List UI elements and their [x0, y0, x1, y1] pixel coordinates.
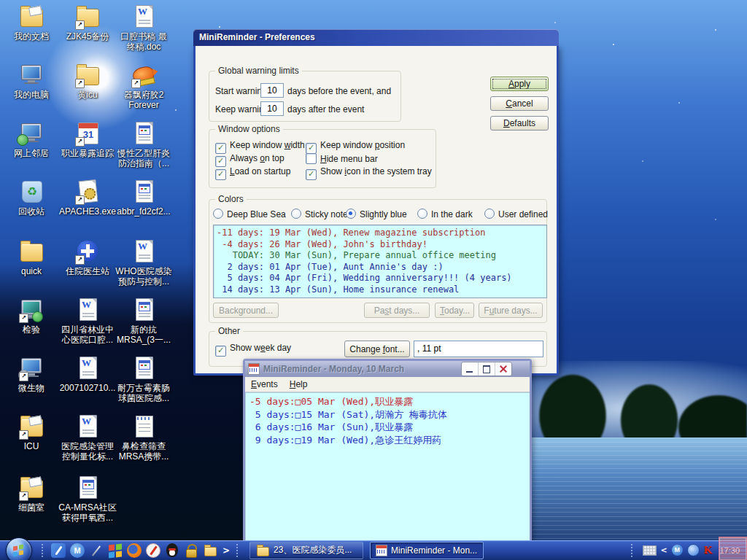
desktop-icon[interactable]: 我的电脑 — [0, 63, 63, 100]
toolbar-grip[interactable] — [236, 544, 240, 557]
quick-launch-pen-icon[interactable] — [89, 543, 104, 558]
desktop-icon[interactable]: 31↗职业暴露追踪 — [56, 121, 119, 158]
desktop-icon[interactable]: W2007102710... — [56, 356, 119, 393]
desktop-icon-label: WHO医院感染 预防与控制... — [115, 266, 171, 287]
checkbox[interactable]: ✓ — [306, 143, 317, 154]
preferences-titlebar[interactable]: MiniReminder - Preferences — [193, 29, 559, 46]
tray-collapse-chevron[interactable]: < — [661, 545, 667, 555]
checkbox[interactable]: ✓ — [215, 156, 226, 167]
show-week-day-row[interactable]: ✓Show week day — [215, 343, 291, 357]
desktop-icon[interactable]: 网上邻居 — [0, 121, 63, 158]
minimize-button[interactable] — [462, 362, 479, 376]
desktop-icon-label: 器飘府胶2 Forever — [124, 90, 164, 110]
radio-button[interactable] — [346, 209, 356, 219]
window-option-row[interactable]: Hide menu bar — [306, 153, 378, 164]
start-warning-input[interactable] — [260, 83, 284, 98]
desktop-icon[interactable]: ↗ZJK45备份 — [56, 4, 119, 42]
desktop-icon[interactable]: ↗微生物 — [0, 356, 63, 393]
window-option-row[interactable]: ✓Show icon in the system tray — [306, 166, 432, 180]
quick-launch-overflow-chevron[interactable]: > — [222, 545, 230, 556]
desktop-icon[interactable]: ↗器飘府胶2 Forever — [112, 63, 175, 110]
toolbar-grip[interactable] — [631, 544, 635, 557]
color-scheme-radio-row[interactable]: In the dark — [417, 209, 473, 219]
cancel-button[interactable]: Cancel — [490, 96, 549, 111]
maximize-button[interactable] — [479, 362, 495, 376]
toolbar-grip[interactable] — [42, 544, 45, 557]
desktop-icon[interactable]: ♻回收站 — [0, 179, 63, 217]
desktop-icon-label: 细菌室 — [18, 502, 44, 513]
keep-warning-input[interactable] — [260, 101, 284, 116]
color-scheme-radio-row[interactable]: Sticky note — [291, 209, 348, 219]
radio-button[interactable] — [291, 209, 301, 219]
tray-k-app-icon[interactable]: K — [704, 544, 713, 556]
group-legend: Other — [215, 326, 243, 336]
desktop-icon[interactable]: 慢性乙型肝炎 防治指南（... — [112, 121, 175, 168]
desktop-icon[interactable]: 耐万古霉素肠 球菌医院感... — [112, 356, 175, 403]
menu-item-events[interactable]: Events — [245, 378, 284, 391]
quick-launch-winpanes-icon[interactable] — [108, 543, 123, 558]
apply-button[interactable]: Apply — [490, 77, 549, 91]
desktop-icon[interactable]: WWHO医院感染 预防与控制... — [112, 239, 175, 287]
window-option-row[interactable]: ✓Keep window position — [306, 140, 405, 154]
checkbox[interactable]: ✓ — [215, 143, 226, 154]
desktop-icon[interactable]: abbr_fd2cf2... — [112, 179, 175, 217]
checkbox[interactable]: ✓ — [306, 169, 317, 180]
window-option-row[interactable]: ✓Always on top — [215, 153, 285, 167]
past-days-button[interactable]: Past days... — [364, 303, 430, 318]
shortcut-arrow-icon: ↗ — [75, 79, 85, 88]
quick-launch-lock-icon[interactable] — [184, 543, 198, 558]
today-button[interactable]: Today... — [435, 303, 474, 318]
quick-launch-qq-icon[interactable] — [166, 543, 178, 557]
color-scheme-radio-row[interactable]: Deep Blue Sea — [213, 209, 286, 219]
checkbox-label: Load on startup — [230, 166, 290, 176]
quick-launch-bluetile-icon[interactable] — [51, 543, 66, 558]
radio-button[interactable] — [484, 209, 495, 219]
desktop-icon[interactable]: quick — [0, 239, 63, 276]
background-button[interactable]: Background... — [213, 303, 279, 318]
desktop-icon[interactable]: ↗检验 — [0, 298, 63, 335]
desktop-icon[interactable]: ↗细菌室 — [0, 475, 63, 513]
desktop-icon[interactable]: ↗黄icu — [56, 63, 119, 100]
start-button[interactable] — [6, 537, 32, 560]
quick-launch-firefox-icon[interactable] — [127, 543, 142, 558]
tray-browser-icon[interactable]: M — [672, 545, 683, 556]
desktop: 我的文档↗ZJK45备份W口腔书稿 最 终稿.doc我的电脑↗黄icu↗器飘府胶… — [0, 0, 747, 560]
desktop-icon[interactable]: ↗ICU — [0, 414, 63, 451]
radio-button[interactable] — [213, 209, 223, 219]
calendar-icon — [376, 545, 387, 556]
font-field[interactable]: , 11 pt — [414, 341, 543, 357]
color-scheme-radio-row[interactable]: User defined — [484, 209, 548, 219]
checkbox[interactable] — [306, 153, 317, 164]
desktop-icon-label: ZJK45备份 — [66, 31, 109, 42]
desktop-icon[interactable]: 我的文档 — [0, 4, 63, 42]
reminder-line: 5 days:□15 Mar (Sat),胡瀚方 梅毒抗体 — [249, 408, 525, 421]
input-method-keyboard-icon[interactable] — [643, 545, 657, 556]
close-button[interactable] — [495, 362, 511, 376]
radio-button[interactable] — [417, 209, 427, 219]
group-global-warning-limits: Global warning limits Start warning days… — [209, 71, 401, 122]
window-option-row[interactable]: ✓Keep window width — [215, 140, 305, 154]
future-days-button[interactable]: Future days... — [479, 303, 543, 318]
show-week-day-checkbox[interactable]: ✓ — [215, 346, 226, 357]
tray-globe-icon[interactable] — [687, 544, 700, 556]
desktop-icon[interactable]: 鼻检查筛查 MRSA携带... — [112, 414, 175, 462]
folder-icon: ↗ — [74, 63, 101, 88]
quick-launch-mcircle-icon[interactable]: M — [70, 543, 85, 558]
desktop-icon[interactable]: ↗住院医生站 — [56, 239, 119, 276]
desktop-icon[interactable]: ↗APACHE3.exe — [56, 179, 119, 217]
checkbox[interactable]: ✓ — [215, 169, 226, 180]
defaults-button[interactable]: Defaults — [490, 116, 549, 131]
task-button[interactable]: 23、医院感染委员... — [249, 542, 363, 559]
color-scheme-radio-row[interactable]: Slightly blue — [346, 209, 407, 219]
change-font-button[interactable]: Change font... — [344, 341, 410, 357]
window-option-row[interactable]: ✓Load on startup — [215, 166, 290, 180]
quick-launch-redpen-icon[interactable] — [146, 543, 160, 558]
desktop-icon[interactable]: 新的抗 MRSA_(3一... — [112, 298, 175, 345]
desktop-icon[interactable]: W四川省林业中 心医院口腔... — [56, 298, 119, 345]
quick-launch-folder-small-icon[interactable] — [203, 543, 217, 558]
desktop-icon[interactable]: W医院感染管理 控制量化标... — [56, 414, 119, 462]
desktop-icon[interactable]: W口腔书稿 最 终稿.doc — [112, 4, 175, 52]
menu-item-help[interactable]: Help — [284, 378, 314, 391]
task-button[interactable]: MiniReminder - Mon... — [370, 542, 484, 559]
desktop-icon[interactable]: CA-MRSA社区 获得甲氧西... — [56, 475, 119, 523]
